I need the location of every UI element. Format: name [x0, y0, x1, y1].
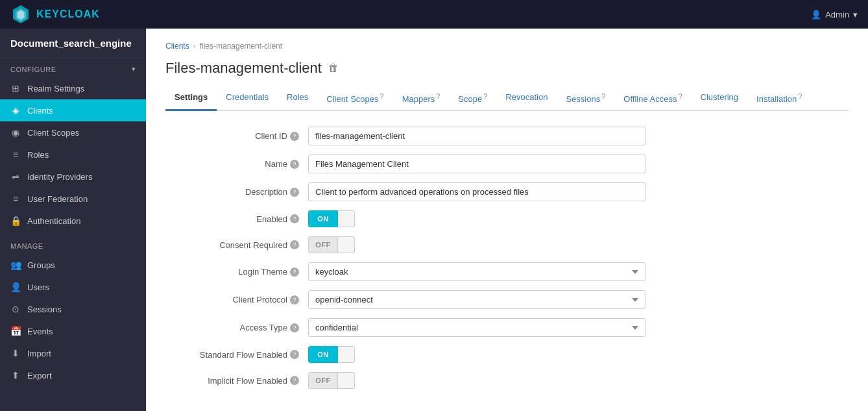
- name-input[interactable]: [308, 155, 645, 173]
- enabled-toggle[interactable]: ON: [308, 210, 645, 227]
- sidebar: Document_search_engine Configure ▾ ⊞ Rea…: [0, 29, 146, 411]
- sidebar-item-events[interactable]: 📅 Events: [0, 320, 146, 342]
- login-theme-select[interactable]: keycloak base: [308, 262, 645, 281]
- consent-required-row: Consent Required ? OFF: [165, 236, 849, 253]
- sidebar-item-identity-providers[interactable]: ⇌ Identity Providers: [0, 166, 146, 188]
- tabs: Settings Credentials Roles Client Scopes…: [165, 87, 849, 111]
- name-help-icon[interactable]: ?: [290, 160, 299, 169]
- page-title: Files-management-client: [165, 60, 322, 77]
- standard-flow-row: Standard Flow Enabled ? ON: [165, 346, 849, 363]
- access-type-control: confidential public bearer-only: [308, 318, 645, 337]
- export-icon: ⬆: [10, 370, 21, 380]
- sidebar-item-import[interactable]: ⬇ Import: [0, 342, 146, 364]
- svg-marker-2: [18, 10, 24, 19]
- tab-revocation[interactable]: Revocation: [496, 87, 557, 111]
- implicit-flow-toggle[interactable]: OFF: [308, 372, 645, 389]
- client-protocol-select[interactable]: openid-connect saml: [308, 290, 645, 309]
- tab-installation[interactable]: Installation?: [747, 87, 811, 111]
- consent-required-toggle[interactable]: OFF: [308, 236, 645, 253]
- client-protocol-control: openid-connect saml: [308, 290, 645, 309]
- enabled-toggle-on[interactable]: ON: [308, 210, 338, 227]
- tab-mappers[interactable]: Mappers?: [393, 87, 450, 111]
- standard-flow-toggle-handle[interactable]: [338, 346, 355, 363]
- sidebar-item-realm-settings[interactable]: ⊞ Realm Settings: [0, 77, 146, 99]
- groups-icon: 👥: [10, 260, 21, 270]
- tab-roles[interactable]: Roles: [278, 87, 317, 111]
- login-theme-row: Login Theme ? keycloak base: [165, 262, 849, 281]
- description-control: [308, 182, 645, 201]
- sidebar-item-label: Events: [27, 327, 53, 336]
- sidebar-item-label: Groups: [27, 260, 55, 270]
- standard-flow-help-icon[interactable]: ?: [290, 350, 299, 359]
- breadcrumb-current: files-management-client: [200, 42, 282, 51]
- content-area: Clients › files-management-client Files-…: [146, 29, 868, 411]
- client-id-control: [308, 127, 645, 145]
- standard-flow-label: Standard Flow Enabled ?: [165, 350, 308, 360]
- consent-required-help-icon[interactable]: ?: [290, 240, 299, 249]
- sidebar-item-export[interactable]: ⬆ Export: [0, 364, 146, 386]
- client-scopes-icon: ◉: [10, 127, 21, 138]
- access-type-row: Access Type ? confidential public bearer…: [165, 318, 849, 337]
- standard-flow-toggle-on[interactable]: ON: [308, 346, 338, 363]
- sidebar-item-sessions[interactable]: ⊙ Sessions: [0, 298, 146, 320]
- delete-client-icon[interactable]: 🗑: [328, 62, 339, 74]
- login-theme-control: keycloak base: [308, 262, 645, 281]
- implicit-flow-toggle-handle[interactable]: [338, 372, 355, 389]
- logo-area: KEYCLOAK: [10, 4, 100, 25]
- implicit-flow-toggle-off[interactable]: OFF: [308, 372, 338, 389]
- login-theme-help-icon[interactable]: ?: [290, 268, 299, 277]
- sidebar-item-user-federation[interactable]: ≡ User Federation: [0, 188, 146, 210]
- sidebar-item-client-scopes[interactable]: ◉ Client Scopes: [0, 121, 146, 143]
- access-type-help-icon[interactable]: ?: [290, 323, 299, 332]
- import-icon: ⬇: [10, 348, 21, 358]
- roles-icon: ≡: [10, 149, 21, 160]
- sidebar-item-users[interactable]: 👤 Users: [0, 276, 146, 298]
- enabled-label: Enabled ?: [165, 214, 308, 224]
- consent-required-toggle-handle[interactable]: [338, 236, 355, 253]
- manage-section-header: Manage: [0, 236, 146, 254]
- tab-settings[interactable]: Settings: [165, 87, 217, 111]
- sidebar-item-label: User Federation: [27, 194, 88, 204]
- client-id-help-icon[interactable]: ?: [290, 132, 299, 141]
- implicit-flow-row: Implicit Flow Enabled ? OFF: [165, 372, 849, 389]
- breadcrumb-clients-link[interactable]: Clients: [165, 42, 189, 51]
- enabled-row: Enabled ? ON: [165, 210, 849, 227]
- sidebar-item-label: Clients: [27, 106, 53, 116]
- consent-required-control: OFF: [308, 236, 645, 253]
- sidebar-item-label: Roles: [27, 150, 49, 160]
- enabled-toggle-handle[interactable]: [338, 210, 355, 227]
- implicit-flow-control: OFF: [308, 372, 645, 389]
- name-label: Name ?: [165, 159, 308, 169]
- breadcrumb: Clients › files-management-client: [165, 42, 849, 51]
- name-row: Name ?: [165, 155, 849, 173]
- main-layout: Document_search_engine Configure ▾ ⊞ Rea…: [0, 29, 868, 411]
- client-id-input[interactable]: [308, 127, 645, 145]
- sidebar-item-clients[interactable]: ◈ Clients: [0, 99, 146, 121]
- access-type-select[interactable]: confidential public bearer-only: [308, 318, 645, 337]
- description-input[interactable]: [308, 182, 645, 201]
- admin-menu[interactable]: 👤 Admin ▾: [811, 10, 858, 19]
- tab-scope[interactable]: Scope?: [449, 87, 496, 111]
- enabled-help-icon[interactable]: ?: [290, 214, 299, 223]
- implicit-flow-help-icon[interactable]: ?: [290, 376, 299, 385]
- consent-required-toggle-off[interactable]: OFF: [308, 236, 338, 253]
- keycloak-logo-icon: [10, 4, 31, 25]
- realm-settings-icon: ⊞: [10, 83, 21, 93]
- sidebar-item-roles[interactable]: ≡ Roles: [0, 143, 146, 166]
- tab-credentials[interactable]: Credentials: [217, 87, 278, 111]
- tab-clustering[interactable]: Clustering: [692, 87, 748, 111]
- configure-section-header: Configure ▾: [0, 58, 146, 77]
- sidebar-item-groups[interactable]: 👥 Groups: [0, 254, 146, 276]
- settings-form: Client ID ? Name ? Des: [165, 127, 849, 389]
- top-nav: KEYCLOAK 👤 Admin ▾: [0, 0, 868, 29]
- tab-offline-access[interactable]: Offline Access?: [614, 87, 691, 111]
- sidebar-item-authentication[interactable]: 🔒 Authentication: [0, 210, 146, 232]
- chevron-down-icon: ▾: [853, 10, 858, 19]
- tab-sessions[interactable]: Sessions?: [557, 87, 614, 111]
- tab-client-scopes[interactable]: Client Scopes?: [317, 87, 392, 111]
- sidebar-item-label: Client Scopes: [27, 128, 79, 138]
- admin-label: Admin: [825, 10, 849, 19]
- standard-flow-toggle[interactable]: ON: [308, 346, 645, 363]
- description-help-icon[interactable]: ?: [290, 188, 299, 197]
- client-protocol-help-icon[interactable]: ?: [290, 295, 299, 305]
